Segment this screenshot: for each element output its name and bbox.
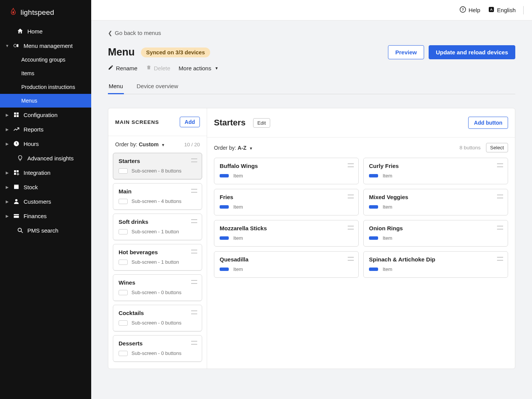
drag-handle-icon[interactable] [497,195,503,198]
language-label: English [497,7,516,13]
nav-menus[interactable]: Menus [0,94,91,108]
color-swatch [220,268,229,271]
chevron-left-icon: ❮ [108,30,112,36]
item-title: Onion Rings [369,225,502,231]
item-card[interactable]: Onion RingsItem [363,220,508,247]
preview-button[interactable]: Preview [388,45,424,59]
chevron-right-icon: ▶ [5,113,9,117]
trash-icon [146,65,152,71]
drag-handle-icon[interactable] [191,341,197,345]
nav-pms-search[interactable]: PMS search [0,223,91,238]
drag-handle-icon[interactable] [191,158,197,162]
screen-card[interactable]: Soft drinksSub-screen - 1 button [113,214,202,240]
item-title: Quesadilla [220,256,353,263]
drag-handle-icon[interactable] [191,189,197,193]
drag-handle-icon[interactable] [348,195,354,198]
order-by-value: Custom [139,141,158,147]
tab-device-overview[interactable]: Device overview [136,79,179,94]
drag-handle-icon[interactable] [191,219,197,223]
item-card[interactable]: QuesadillaItem [214,251,359,278]
caret-down-icon: ▼ [215,66,218,70]
nav-configuration[interactable]: ▶ Configuration [0,108,91,122]
drag-handle-icon[interactable] [191,310,197,314]
color-swatch [369,205,378,209]
item-card[interactable]: Buffalo WingsItem [214,158,359,184]
more-actions[interactable]: More actions ▼ [179,65,218,71]
svg-rect-8 [17,170,19,172]
nav-production-instructions[interactable]: Production instructions [0,80,91,94]
main-screens-heading: MAIN SCREENS [115,119,159,125]
main-screens-panel-head: MAIN SCREENS Add [108,108,207,136]
select-items-button[interactable]: Select [486,143,508,152]
item-card[interactable]: Mixed VeggiesItem [363,189,508,215]
nav-advanced-insights-label: Advanced insights [27,155,74,162]
item-subtitle: Item [369,266,502,272]
nav-customers[interactable]: ▶ Customers [0,194,91,209]
flame-icon [9,8,17,17]
screen-card[interactable]: StartersSub-screen - 8 buttons [113,153,202,179]
more-actions-label: More actions [179,65,211,71]
content: ❮ Go back to menus Menu Synced on 3/3 de… [91,21,532,399]
screen-title: Cocktails [119,310,196,316]
drag-handle-icon[interactable] [497,257,503,261]
item-card[interactable]: Mozzarella SticksItem [214,220,359,247]
menu-management-icon [13,42,20,49]
drag-handle-icon[interactable] [191,280,197,284]
nav-finances[interactable]: ▶ Finances [0,209,91,223]
nav-accounting-groups[interactable]: Accounting groups [0,53,91,66]
language-selector[interactable]: A English [488,6,516,14]
items-order-by-control[interactable]: Order by: A-Z ▼ [214,145,253,151]
svg-text:A: A [490,8,493,11]
color-swatch [220,205,229,209]
screen-card[interactable]: MainSub-screen - 4 buttons [113,183,202,210]
screen-title: Starters [119,158,196,164]
screen-subtitle: Sub-screen - 0 buttons [119,290,196,295]
drag-handle-icon[interactable] [348,226,354,230]
brand-logo[interactable]: lightspeed [0,0,91,24]
nav-stock[interactable]: ▶ Stock [0,180,91,194]
item-subtitle: Item [220,235,353,241]
rename-action[interactable]: Rename [108,65,138,71]
nav-hours[interactable]: ▶ Hours [0,136,91,151]
screen-subtitle: Sub-screen - 1 button [119,259,196,265]
add-item-button[interactable]: Add button [468,117,508,129]
help-icon: ? [459,6,466,14]
sidebar: lightspeed Home ▼ Menu management Accoun… [0,0,91,399]
topbar-divider [523,6,524,14]
svg-rect-7 [14,170,16,172]
svg-rect-5 [17,115,19,117]
screen-card[interactable]: WinesSub-screen - 0 buttons [113,274,202,301]
nav-items[interactable]: Items [0,66,91,80]
nav-integration[interactable]: ▶ Integration [0,165,91,180]
add-screen-button[interactable]: Add [180,117,200,127]
drag-handle-icon[interactable] [497,163,503,167]
chevron-right-icon: ▶ [5,127,9,131]
drag-handle-icon[interactable] [348,257,354,261]
item-card[interactable]: Curly FriesItem [363,158,508,184]
chevron-right-icon: ▶ [5,214,9,218]
help-link[interactable]: ? Help [459,6,480,14]
tab-menu[interactable]: Menu [108,79,124,94]
nav-advanced-insights[interactable]: Advanced insights [0,151,91,165]
order-by-control[interactable]: Order by: Custom ▼ [115,141,165,147]
page-header-left: Menu Synced on 3/3 devices [108,46,210,58]
nav-menu-management[interactable]: ▼ Menu management [0,38,91,53]
clock-icon [13,140,20,147]
items-order-by-label: Order by: [214,145,236,151]
drag-handle-icon[interactable] [191,250,197,253]
back-link[interactable]: ❮ Go back to menus [108,30,515,36]
nav-home[interactable]: Home [0,24,91,38]
screen-card[interactable]: Hot beveragesSub-screen - 1 button [113,244,202,271]
item-subtitle: Item [369,235,502,241]
item-title: Fries [220,194,353,200]
update-reload-button[interactable]: Update and reload devices [429,45,515,59]
drag-handle-icon[interactable] [497,226,503,230]
screen-card[interactable]: DessertsSub-screen - 0 buttons [113,335,202,362]
delete-label: Delete [154,65,170,71]
item-card[interactable]: FriesItem [214,189,359,215]
item-card[interactable]: Spinach & Artichoke DipItem [363,251,508,278]
edit-screen-button[interactable]: Edit [253,118,270,128]
nav-reports[interactable]: ▶ Reports [0,122,91,136]
drag-handle-icon[interactable] [348,163,354,167]
screen-card[interactable]: CocktailsSub-screen - 0 buttons [113,305,202,331]
